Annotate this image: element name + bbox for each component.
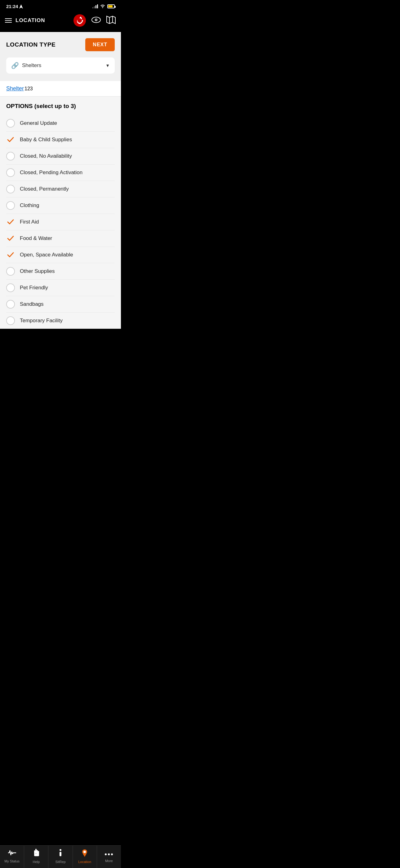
radio-button xyxy=(6,316,15,325)
option-label: Closed, No Availability xyxy=(20,153,72,159)
radio-button xyxy=(6,201,15,210)
location-arrow-icon xyxy=(19,4,23,9)
option-item[interactable]: Other Supplies xyxy=(6,263,115,280)
nav-icons xyxy=(73,14,116,27)
map-icon[interactable] xyxy=(106,15,116,26)
signal-strength-icon xyxy=(92,4,98,8)
status-indicators xyxy=(92,4,115,9)
options-section: OPTIONS (select up to 3) General Update … xyxy=(0,97,121,329)
location-type-title: LOCATION TYPE xyxy=(6,41,56,48)
option-label: Clothing xyxy=(20,203,39,209)
next-button[interactable]: NEXT xyxy=(85,38,115,51)
wifi-icon xyxy=(100,4,105,9)
option-label: Closed, Pending Activation xyxy=(20,169,82,176)
option-label: First Aid xyxy=(20,219,39,225)
svg-marker-6 xyxy=(107,16,115,24)
option-item[interactable]: Sandbags xyxy=(6,296,115,313)
top-nav: LOCATION xyxy=(0,11,121,32)
option-label: Closed, Permanently xyxy=(20,186,69,192)
shelter-label-row: Shelter 123 xyxy=(6,85,115,92)
option-item[interactable]: Clothing xyxy=(6,197,115,214)
dropdown-value: Shelters xyxy=(22,62,41,69)
location-type-section: LOCATION TYPE NEXT 🔗 Shelters ▼ xyxy=(0,32,121,81)
option-label: Pet Friendly xyxy=(20,285,48,291)
svg-point-5 xyxy=(96,19,97,21)
location-type-header: LOCATION TYPE NEXT xyxy=(6,38,115,51)
option-label: Baby & Child Supplies xyxy=(20,136,72,143)
radio-button xyxy=(6,300,15,309)
option-label: Sandbags xyxy=(20,301,44,307)
option-item[interactable]: Temporary Facility xyxy=(6,313,115,329)
option-label: Open, Space Available xyxy=(20,252,73,258)
shelter-link-text[interactable]: Shelter xyxy=(6,85,24,92)
red-cross-logo[interactable] xyxy=(73,14,86,27)
radio-button xyxy=(6,119,15,128)
dropdown-left: 🔗 Shelters xyxy=(11,62,41,69)
radio-button xyxy=(6,267,15,276)
nav-left: LOCATION xyxy=(5,18,45,24)
checkmark-icon xyxy=(6,234,15,243)
option-item[interactable]: Closed, Permanently xyxy=(6,181,115,197)
radio-button xyxy=(6,283,15,292)
link-icon: 🔗 xyxy=(11,62,19,69)
battery-icon xyxy=(107,4,115,8)
option-item[interactable]: General Update xyxy=(6,115,115,132)
option-label: General Update xyxy=(20,120,57,126)
status-bar: 21:24 xyxy=(0,0,121,11)
option-item[interactable]: Baby & Child Supplies xyxy=(6,132,115,148)
options-title: OPTIONS (select up to 3) xyxy=(6,103,115,110)
option-label: Temporary Facility xyxy=(20,318,63,324)
checkmark-icon xyxy=(6,251,15,259)
option-item[interactable]: First Aid xyxy=(6,214,115,230)
menu-icon[interactable] xyxy=(5,18,12,23)
checkmark-icon xyxy=(6,218,15,226)
option-item[interactable]: Closed, No Availability xyxy=(6,148,115,164)
shelter-input-section: Shelter 123 xyxy=(0,81,121,97)
options-list: General Update Baby & Child SuppliesClos… xyxy=(6,115,115,329)
shelters-dropdown[interactable]: 🔗 Shelters ▼ xyxy=(6,57,115,73)
shelter-number: 123 xyxy=(25,86,33,92)
radio-button xyxy=(6,168,15,177)
eye-icon[interactable] xyxy=(91,17,101,25)
nav-title: LOCATION xyxy=(15,18,45,24)
radio-button xyxy=(6,152,15,160)
option-item[interactable]: Pet Friendly xyxy=(6,280,115,296)
option-label: Other Supplies xyxy=(20,268,55,274)
radio-button xyxy=(6,185,15,193)
option-label: Food & Water xyxy=(20,235,52,242)
option-item[interactable]: Food & Water xyxy=(6,230,115,247)
svg-rect-2 xyxy=(77,19,82,22)
time-display: 21:24 xyxy=(6,4,23,9)
chevron-down-icon: ▼ xyxy=(105,63,110,68)
option-item[interactable]: Open, Space Available xyxy=(6,247,115,263)
time: 21:24 xyxy=(6,4,18,9)
checkmark-icon xyxy=(6,135,15,144)
main-content: LOCATION TYPE NEXT 🔗 Shelters ▼ Shelter … xyxy=(0,32,121,353)
option-item[interactable]: Closed, Pending Activation xyxy=(6,164,115,181)
